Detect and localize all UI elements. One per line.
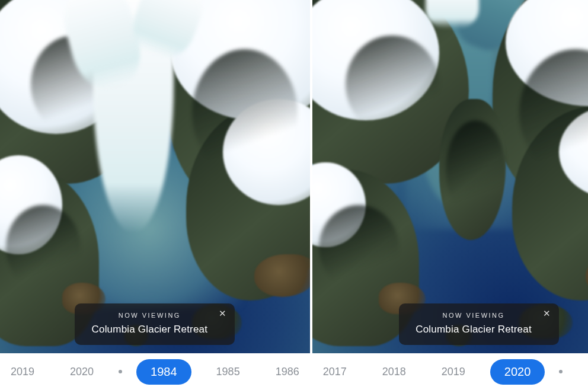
badge-eyebrow: NOW VIEWING: [414, 312, 533, 319]
satellite-view-1984[interactable]: ✕ NOW VIEWING Columbia Glacier Retreat: [0, 0, 310, 353]
timeline-year[interactable]: 1985: [206, 361, 251, 383]
timeline-year[interactable]: 2019: [0, 361, 45, 383]
timeline-year-active[interactable]: 1984: [136, 359, 191, 385]
year-timeline-right[interactable]: 2017 2018 2019 2020 1984 1: [312, 353, 588, 390]
year-timeline-left[interactable]: 2019 2020 1984 1985 1986: [0, 353, 310, 390]
satellite-imagery: [0, 0, 310, 353]
badge-title: Columbia Glacier Retreat: [414, 324, 533, 335]
timeline-separator-dot: [559, 370, 563, 373]
badge-title: Columbia Glacier Retreat: [90, 324, 209, 335]
timeline-year-active[interactable]: 2020: [490, 359, 545, 385]
timeline-year[interactable]: 2018: [372, 361, 417, 383]
timeline-year[interactable]: 1986: [265, 361, 310, 383]
close-icon[interactable]: ✕: [541, 308, 552, 319]
now-viewing-badge: ✕ NOW VIEWING Columbia Glacier Retreat: [75, 303, 235, 345]
now-viewing-badge: ✕ NOW VIEWING Columbia Glacier Retreat: [399, 303, 559, 345]
panel-left: ✕ NOW VIEWING Columbia Glacier Retreat 2…: [0, 0, 310, 390]
satellite-view-2020[interactable]: ✕ NOW VIEWING Columbia Glacier Retreat: [312, 0, 588, 353]
badge-eyebrow: NOW VIEWING: [90, 312, 209, 319]
timeline-year[interactable]: 2020: [59, 361, 104, 383]
timeline-year[interactable]: 2019: [431, 361, 476, 383]
timeline-year[interactable]: 1984: [577, 361, 588, 383]
timeline-separator-dot: [119, 370, 122, 373]
timeline-year[interactable]: 2017: [312, 361, 357, 383]
comparison-container: ✕ NOW VIEWING Columbia Glacier Retreat 2…: [0, 0, 588, 390]
close-icon[interactable]: ✕: [217, 308, 228, 319]
panel-right: ✕ NOW VIEWING Columbia Glacier Retreat 2…: [312, 0, 588, 390]
satellite-imagery: [312, 0, 588, 353]
